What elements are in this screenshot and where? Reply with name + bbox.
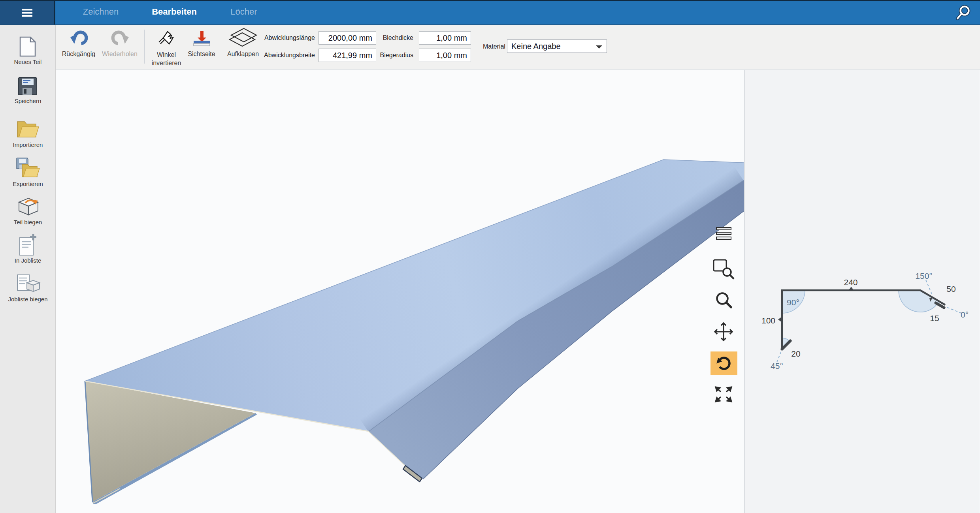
svg-text:45°: 45°: [771, 361, 783, 370]
svg-text:0°: 0°: [961, 310, 969, 319]
svg-text:20: 20: [791, 349, 800, 358]
svg-text:240: 240: [844, 278, 858, 287]
svg-text:15: 15: [930, 314, 939, 323]
svg-text:150°: 150°: [915, 271, 932, 280]
svg-text:50: 50: [946, 284, 956, 293]
svg-text:90°: 90°: [787, 298, 799, 307]
svg-text:100: 100: [761, 316, 775, 325]
